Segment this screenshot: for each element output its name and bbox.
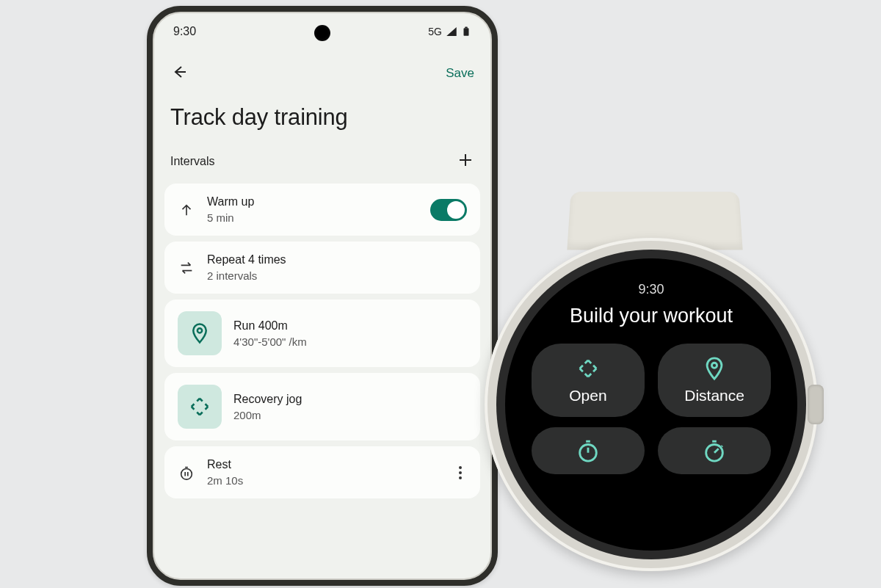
open-arrows-icon: [576, 356, 601, 381]
interval-recovery-jog[interactable]: Recovery jog 200m: [164, 373, 480, 440]
time-goal-button[interactable]: [532, 427, 645, 474]
watch-bezel: 9:30 Build your workout Open Distance: [496, 250, 806, 559]
interval-title: Repeat 4 times: [207, 253, 467, 266]
interval-sub: 4'30"-5'00" /km: [233, 335, 467, 348]
move-arrows-icon: [178, 385, 222, 429]
intervals-header: Intervals: [153, 151, 492, 184]
svg-point-3: [181, 468, 192, 479]
repeat-icon: [178, 260, 195, 276]
status-time: 9:30: [173, 25, 196, 38]
interval-title: Recovery jog: [233, 393, 467, 406]
distance-pin-icon: [178, 311, 222, 355]
intervals-list: Warm up 5 min Repeat 4 times 2 intervals…: [153, 184, 492, 498]
interval-sub: 200m: [233, 409, 467, 421]
distance-goal-button[interactable]: Distance: [658, 344, 771, 417]
stopwatch-icon: [576, 438, 601, 463]
watch-crown[interactable]: [808, 385, 824, 424]
app-bar: Save: [153, 43, 492, 91]
watch-title: Build your workout: [570, 305, 733, 327]
interval-sub: 5 min: [207, 211, 418, 224]
open-label: Open: [569, 387, 606, 404]
battery-icon: [461, 25, 471, 38]
interval-sub: 2m 10s: [207, 474, 442, 487]
plus-icon: [457, 151, 474, 169]
distance-label: Distance: [684, 387, 744, 404]
svg-point-5: [580, 445, 597, 462]
intervals-label: Intervals: [170, 155, 214, 168]
arrow-up-icon: [178, 202, 195, 218]
network-label: 5G: [428, 26, 442, 37]
more-menu-button[interactable]: [454, 466, 467, 479]
interval-title: Rest: [207, 458, 442, 471]
interval-warmup[interactable]: Warm up 5 min: [164, 184, 480, 236]
watch-device: 9:30 Build your workout Open Distance: [485, 238, 818, 571]
warmup-toggle[interactable]: [430, 199, 467, 221]
status-indicators: 5G: [428, 25, 471, 38]
svg-point-4: [712, 363, 717, 368]
interval-sub: 2 intervals: [207, 269, 467, 282]
back-button[interactable]: [170, 63, 188, 84]
open-goal-button[interactable]: Open: [532, 344, 645, 417]
save-button[interactable]: Save: [446, 66, 474, 81]
interval-title: Warm up: [207, 195, 418, 208]
watch-time: 9:30: [638, 282, 664, 297]
page-title: Track day training: [153, 91, 492, 151]
svg-rect-0: [464, 28, 469, 36]
svg-rect-1: [465, 27, 468, 29]
camera-hole: [314, 25, 330, 41]
interval-repeat[interactable]: Repeat 4 times 2 intervals: [164, 242, 480, 294]
speed-timer-icon: [702, 438, 727, 463]
interval-run[interactable]: Run 400m 4'30"-5'00" /km: [164, 300, 480, 367]
interval-rest[interactable]: Rest 2m 10s: [164, 446, 480, 498]
map-pin-icon: [702, 356, 727, 381]
stopwatch-pause-icon: [178, 465, 195, 481]
phone-device: 9:30 5G Save Track day training Interval…: [147, 6, 498, 586]
add-interval-button[interactable]: [457, 151, 474, 172]
arrow-left-icon: [170, 63, 188, 81]
watch-option-grid: Open Distance: [532, 344, 771, 474]
signal-icon: [445, 25, 458, 38]
svg-point-2: [197, 328, 202, 333]
svg-point-6: [706, 445, 723, 462]
interval-title: Run 400m: [233, 319, 467, 333]
speed-goal-button[interactable]: [658, 427, 771, 474]
watch-face: 9:30 Build your workout Open Distance: [505, 258, 797, 551]
